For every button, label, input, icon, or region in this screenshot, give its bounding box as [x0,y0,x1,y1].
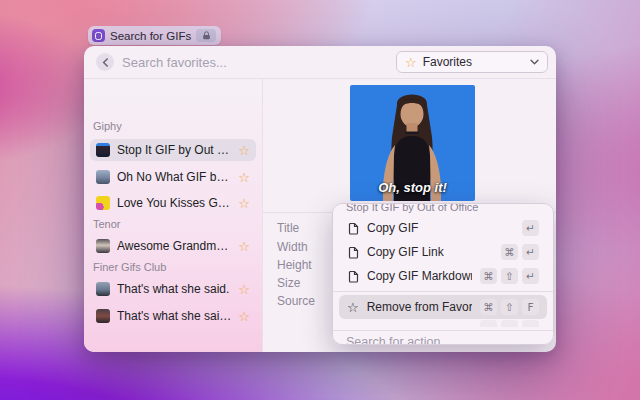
list-item[interactable]: Oh No What GIF by Major Le… ☆ [90,166,256,188]
clipboard-icon [347,222,359,235]
list-item[interactable]: Love You Kisses GIF by Ted… ☆ [90,192,256,214]
metadata-label-size: Size [277,276,300,290]
star-icon[interactable]: ☆ [238,197,250,210]
clipboard-icon [347,246,359,259]
list-item-label: Oh No What GIF by Major Le… [117,170,231,184]
return-key-badge: ↵ [522,268,539,284]
menu-item-label: Remove from Favorites [367,300,472,314]
star-icon[interactable]: ☆ [238,310,250,323]
gif-thumbnail [96,196,110,210]
list-item[interactable]: Stop It GIF by Out of Office ☆ [90,139,256,161]
action-search-input[interactable]: Search for action... [346,335,553,345]
gif-thumbnail [96,239,110,253]
list-item-label: Awesome Grandma GIF [117,239,231,253]
lock-icon [196,29,216,42]
list-item[interactable]: That's what she said. ☆ [90,278,256,300]
clipboard-icon [347,270,359,283]
list-item-label: That's what she said? [117,309,231,323]
shift-key-badge: ⇧ [501,299,518,315]
command-key-badge: ⌘ [501,244,518,260]
menu-item-copy-gif-markdown[interactable]: Copy GIF Markdown ⌘ ⇧ ↵ [339,264,547,288]
command-key-badge: ⌘ [480,299,497,315]
ghost-shortcut-badges [333,320,539,327]
shortcut-badges: ⌘ ⇧ F [480,299,539,315]
star-icon[interactable]: ☆ [238,144,250,157]
menu-item-copy-gif-link[interactable]: Copy GIF Link ⌘ ↵ [339,240,547,264]
desktop-wallpaper: Search for GIFs Search favorites... ☆ Fa… [0,0,640,400]
breadcrumb-title: Search for GIFs [110,30,191,42]
shift-key-badge: ⇧ [501,268,518,284]
star-icon: ☆ [347,301,359,314]
shortcut-badges: ↵ [522,220,539,236]
favorites-dropdown[interactable]: ☆ Favorites [396,51,548,73]
gif-thumbnail [96,170,110,184]
list-item-label: Stop It GIF by Out of Office [117,143,231,157]
menu-item-label: Copy GIF Markdown [367,269,472,283]
section-header-tenor: Tenor [93,218,121,230]
menu-item-copy-gif[interactable]: Copy GIF ↵ [339,216,547,240]
metadata-label-source: Source [277,294,315,308]
section-header-giphy: Giphy [93,120,122,132]
menu-divider [333,330,553,331]
gif-thumbnail [96,282,110,296]
gif-thumbnail [96,309,110,323]
list-item[interactable]: Awesome Grandma GIF ☆ [90,235,256,257]
return-key-badge: ↵ [522,220,539,236]
star-icon: ☆ [405,56,417,69]
f-key-badge: F [522,299,539,315]
metadata-label-width: Width [277,240,308,254]
gif-preview: Oh, stop it! [350,85,475,201]
return-key-badge: ↵ [522,244,539,260]
menu-divider [333,291,553,292]
action-menu-title: Stop It GIF by Out of Office [346,203,553,213]
app-window: Search favorites... ☆ Favorites Giphy St… [84,46,556,352]
gif-thumbnail [96,143,110,157]
breadcrumb[interactable]: Search for GIFs [88,26,221,45]
favorites-dropdown-label: Favorites [423,55,472,69]
search-input[interactable]: Search favorites... [122,55,227,70]
menu-item-remove-from-favorites[interactable]: ☆ Remove from Favorites ⌘ ⇧ F [339,295,547,319]
back-button[interactable] [96,53,114,71]
star-icon[interactable]: ☆ [238,171,250,184]
menu-item-label: Copy GIF [367,221,514,235]
list-item-label: That's what she said. [117,282,231,296]
shortcut-badges: ⌘ ⇧ ↵ [480,268,539,284]
menu-item-label: Copy GIF Link [367,245,493,259]
chevron-down-icon [530,59,539,65]
sidebar-divider [262,78,263,352]
list-item-label: Love You Kisses GIF by Ted… [117,196,231,210]
star-icon[interactable]: ☆ [238,240,250,253]
metadata-label-title: Title [277,221,299,235]
chevron-left-icon [102,58,109,67]
star-icon[interactable]: ☆ [238,283,250,296]
gif-extension-icon [92,29,105,42]
list-item[interactable]: That's what she said? ☆ [90,305,256,327]
command-key-badge: ⌘ [480,268,497,284]
section-header-finer-gifs-club: Finer Gifs Club [93,261,166,273]
metadata-label-height: Height [277,258,312,272]
action-menu: Stop It GIF by Out of Office Copy GIF ↵ … [332,203,554,345]
window-header: Search favorites... ☆ Favorites [84,46,556,78]
shortcut-badges: ⌘ ↵ [501,244,539,260]
gif-caption: Oh, stop it! [350,180,475,195]
sidebar: Giphy Stop It GIF by Out of Office ☆ Oh … [84,79,262,352]
